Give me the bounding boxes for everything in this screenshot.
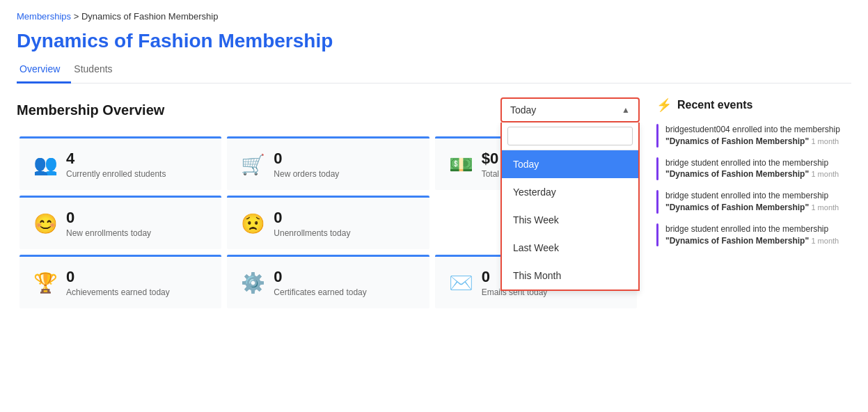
section-title: Membership Overview	[17, 102, 164, 118]
emails-icon: ✉️	[449, 271, 473, 294]
event-item-3: bridge student enrolled into the members…	[656, 190, 851, 214]
dropdown-menu: Today Yesterday This Week Last Week This…	[500, 122, 640, 291]
certificates-label: Certificates earned today	[274, 287, 366, 297]
dropdown-search-input[interactable]	[507, 127, 633, 145]
new-orders-number: 0	[274, 150, 339, 168]
dropdown-trigger[interactable]: Today ▲	[500, 97, 640, 122]
stat-card-new-orders: 🛒 0 New orders today	[227, 136, 429, 190]
certificates-icon: ⚙️	[241, 271, 265, 294]
dropdown-option-last-week[interactable]: Last Week	[502, 234, 638, 262]
event-bar-3	[656, 190, 658, 214]
achievements-icon: 🏆	[33, 271, 58, 294]
stat-card-achievements: 🏆 0 Achievements earned today	[19, 255, 221, 308]
event-bar-2	[656, 157, 658, 181]
total-revenue-icon: 💵	[449, 153, 473, 176]
recent-events-header: ⚡ Recent events	[656, 97, 851, 113]
dropdown-selected-value: Today	[510, 104, 536, 116]
breadcrumb: Memberships > Dynamics of Fashion Member…	[17, 11, 851, 22]
dropdown-option-yesterday[interactable]: Yesterday	[502, 178, 638, 206]
dropdown-search-container	[502, 122, 638, 150]
enrolled-students-label: Currently enrolled students	[66, 169, 166, 179]
tab-overview[interactable]: Overview	[17, 58, 71, 84]
unenrollments-number: 0	[274, 209, 350, 227]
stat-card-certificates: ⚙️ 0 Certificates earned today	[227, 255, 429, 308]
new-enrollments-number: 0	[66, 209, 151, 227]
recent-events-title-text: Recent events	[677, 99, 753, 111]
enrolled-students-number: 4	[66, 150, 166, 168]
achievements-number: 0	[66, 268, 170, 286]
new-enrollments-icon: 😊	[33, 212, 58, 235]
dropdown-option-today[interactable]: Today	[502, 150, 638, 178]
event-bar-1	[656, 124, 658, 148]
event-bar-4	[656, 223, 658, 247]
breadcrumb-separator: >	[74, 11, 81, 22]
event-text-1: bridgestudent004 enrolled into the membe…	[665, 124, 851, 148]
stat-card-enrolled-students: 👥 4 Currently enrolled students	[19, 136, 221, 190]
left-section: Membership Overview Today ▲ Today Yester…	[17, 97, 640, 311]
event-item-2: bridge student enrolled into the members…	[656, 157, 851, 181]
event-text-2: bridge student enrolled into the members…	[665, 157, 851, 181]
new-orders-label: New orders today	[274, 169, 339, 179]
breadcrumb-root[interactable]: Memberships	[17, 11, 71, 22]
unenrollments-icon: 😟	[241, 212, 265, 235]
tabs-container: Overview Students	[17, 58, 851, 84]
enrolled-students-icon: 👥	[33, 153, 58, 176]
new-orders-icon: 🛒	[241, 153, 265, 176]
new-enrollments-label: New enrollments today	[66, 228, 151, 238]
page-title: Dynamics of Fashion Membership	[17, 30, 851, 52]
right-section: ⚡ Recent events bridgestudent004 enrolle…	[656, 97, 851, 311]
certificates-number: 0	[274, 268, 366, 286]
achievements-label: Achievements earned today	[66, 287, 170, 297]
event-text-4: bridge student enrolled into the members…	[665, 223, 851, 247]
stat-card-new-enrollments: 😊 0 New enrollments today	[19, 196, 221, 249]
bolt-icon: ⚡	[656, 97, 672, 113]
breadcrumb-current: Dynamics of Fashion Membership	[81, 11, 219, 22]
main-content: Membership Overview Today ▲ Today Yester…	[17, 97, 851, 311]
event-item-1: bridgestudent004 enrolled into the membe…	[656, 124, 851, 148]
stat-card-unenrollments: 😟 0 Unenrollments today	[227, 196, 429, 249]
dropdown-option-this-month[interactable]: This Month	[502, 262, 638, 290]
dropdown-option-this-week[interactable]: This Week	[502, 206, 638, 234]
section-header: Membership Overview Today ▲ Today Yester…	[17, 97, 640, 122]
event-text-3: bridge student enrolled into the members…	[665, 190, 851, 214]
chevron-up-icon: ▲	[622, 105, 630, 115]
tab-students[interactable]: Students	[71, 58, 123, 84]
unenrollments-label: Unenrollments today	[274, 228, 350, 238]
event-item-4: bridge student enrolled into the members…	[656, 223, 851, 247]
date-range-dropdown[interactable]: Today ▲ Today Yesterday This Week Last W…	[500, 97, 640, 122]
